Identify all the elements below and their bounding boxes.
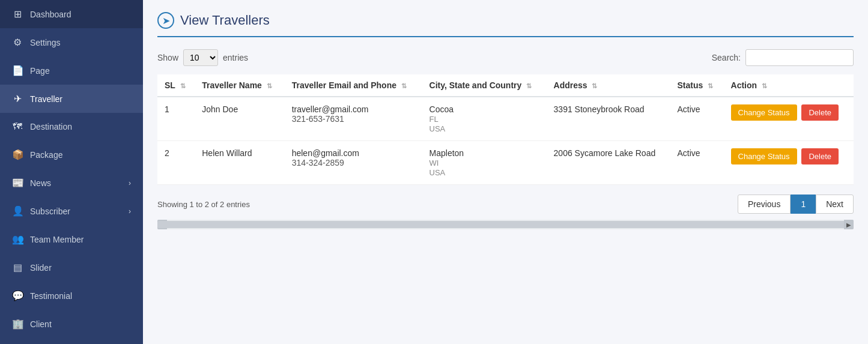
sidebar-item-traveller[interactable]: ✈ Traveller — [0, 85, 143, 113]
sidebar-item-news[interactable]: 📰 News › — [0, 169, 143, 197]
cell-address: 2006 Sycamore Lake Road — [547, 141, 670, 185]
title-divider — [157, 36, 854, 37]
sort-icon: ⇅ — [401, 82, 407, 89]
arrow-icon: › — [129, 207, 131, 216]
scroll-right-arrow[interactable]: ▶ — [844, 220, 854, 229]
cell-city: Mapleton WI USA — [422, 141, 547, 185]
dashboard-icon: ⊞ — [12, 8, 23, 20]
sidebar-item-label: Destination — [30, 122, 72, 131]
cell-address: 3391 Stoneybrook Road — [547, 97, 670, 141]
col-email_phone[interactable]: Traveller Email and Phone ⇅ — [285, 74, 422, 97]
delete-button[interactable]: Delete — [801, 104, 839, 121]
col-address[interactable]: Address ⇅ — [547, 74, 670, 97]
sidebar-item-label: Client — [30, 319, 52, 329]
cell-status: Active — [670, 97, 724, 141]
sidebar-item-client[interactable]: 🏢 Client — [0, 310, 143, 338]
sidebar-item-settings[interactable]: ⚙ Settings — [0, 28, 143, 56]
show-entries: Show 10 25 50 100 entries — [157, 49, 248, 66]
page-title-icon: ➤ — [157, 12, 174, 29]
sidebar-item-label: Team Member — [30, 235, 83, 244]
main-content: ➤ View Travellers Show 10 25 50 100 entr… — [143, 0, 868, 344]
page-1-button[interactable]: 1 — [791, 195, 816, 214]
sidebar-item-label: Dashboard — [30, 10, 71, 19]
sidebar-item-label: Traveller — [30, 94, 62, 104]
col-name[interactable]: Traveller Name ⇅ — [195, 74, 284, 97]
col-city[interactable]: City, State and Country ⇅ — [422, 74, 547, 97]
table-row: 1 John Doe traveller@gmail.com 321-653-7… — [157, 97, 854, 141]
sidebar-item-label: Package — [30, 150, 62, 160]
destination-icon: 🗺 — [12, 121, 23, 132]
travellers-table: SL ⇅Traveller Name ⇅Traveller Email and … — [157, 74, 854, 185]
settings-icon: ⚙ — [12, 37, 23, 48]
sidebar-item-subscriber[interactable]: 👤 Subscriber › — [0, 197, 143, 225]
sort-icon: ⇅ — [267, 82, 272, 89]
sidebar-item-dashboard[interactable]: ⊞ Dashboard — [0, 0, 143, 28]
sort-icon: ⇅ — [526, 82, 532, 89]
cell-name: John Doe — [195, 97, 284, 141]
pagination-row: Showing 1 to 2 of 2 entries Previous 1 N… — [157, 195, 854, 214]
subscriber-icon: 👤 — [12, 205, 23, 217]
sidebar-item-slider[interactable]: ▤ Slider — [0, 253, 143, 282]
package-icon: 📦 — [12, 149, 23, 160]
sidebar-item-package[interactable]: 📦 Package — [0, 140, 143, 169]
page-icon: 📄 — [12, 65, 23, 76]
scrollbar-thumb[interactable] — [157, 221, 854, 228]
cell-action: Change Status Delete — [724, 141, 854, 185]
testimonial-icon: 💬 — [12, 290, 23, 301]
sidebar-item-service[interactable]: 🔧 Service — [0, 338, 143, 344]
search-box: Search: — [712, 49, 854, 66]
sort-icon: ⇅ — [592, 82, 597, 89]
page-title: ➤ View Travellers — [157, 12, 854, 29]
cell-sl: 1 — [157, 97, 195, 141]
horizontal-scrollbar[interactable]: ◀ ▶ — [157, 220, 854, 229]
cell-city: Cocoa FL USA — [422, 97, 547, 141]
show-label: Show — [157, 53, 178, 62]
pagination: Previous 1 Next — [738, 195, 854, 214]
sidebar-item-label: Subscriber — [30, 207, 70, 216]
table-header: SL ⇅Traveller Name ⇅Traveller Email and … — [157, 74, 854, 97]
cell-action: Change Status Delete — [724, 97, 854, 141]
sidebar-item-team-member[interactable]: 👥 Team Member — [0, 225, 143, 253]
previous-button[interactable]: Previous — [738, 195, 791, 214]
sidebar-item-destination[interactable]: 🗺 Destination — [0, 113, 143, 140]
cell-name: Helen Willard — [195, 141, 284, 185]
col-status[interactable]: Status ⇅ — [670, 74, 724, 97]
table-header-row: SL ⇅Traveller Name ⇅Traveller Email and … — [157, 74, 854, 97]
cell-sl: 2 — [157, 141, 195, 185]
cell-status: Active — [670, 141, 724, 185]
client-icon: 🏢 — [12, 318, 23, 330]
search-input[interactable] — [745, 49, 854, 66]
team-member-icon: 👥 — [12, 234, 23, 245]
sidebar-item-label: Slider — [30, 263, 52, 273]
cell-email-phone: helen@gmail.com 314-324-2859 — [285, 141, 422, 185]
cell-email-phone: traveller@gmail.com 321-653-7631 — [285, 97, 422, 141]
sidebar-item-label: News — [30, 178, 51, 188]
table-controls: Show 10 25 50 100 entries Search: — [157, 49, 854, 66]
col-sl[interactable]: SL ⇅ — [157, 74, 195, 97]
traveller-icon: ✈ — [12, 93, 23, 104]
sidebar-item-label: Testimonial — [30, 291, 72, 301]
change-status-button[interactable]: Change Status — [731, 104, 797, 121]
next-button[interactable]: Next — [816, 195, 854, 214]
sort-icon: ⇅ — [180, 82, 186, 89]
table-body: 1 John Doe traveller@gmail.com 321-653-7… — [157, 97, 854, 185]
slider-icon: ▤ — [12, 262, 23, 273]
entries-select[interactable]: 10 25 50 100 — [183, 49, 218, 66]
search-label: Search: — [712, 53, 741, 62]
sort-icon: ⇅ — [762, 82, 767, 89]
sidebar-item-label: Settings — [30, 38, 61, 47]
news-icon: 📰 — [12, 177, 23, 189]
showing-text: Showing 1 to 2 of 2 entries — [157, 200, 250, 209]
sidebar-item-testimonial[interactable]: 💬 Testimonial — [0, 282, 143, 310]
arrow-icon: › — [129, 179, 131, 187]
change-status-button[interactable]: Change Status — [731, 148, 797, 164]
sidebar: ⊞ Dashboard ⚙ Settings 📄 Page ✈ Travelle… — [0, 0, 143, 344]
sort-icon: ⇅ — [708, 82, 713, 89]
sidebar-item-label: Page — [30, 66, 50, 76]
sidebar-item-page[interactable]: 📄 Page — [0, 56, 143, 85]
table-row: 2 Helen Willard helen@gmail.com 314-324-… — [157, 141, 854, 185]
entries-label: entries — [223, 53, 248, 62]
delete-button[interactable]: Delete — [801, 148, 839, 164]
col-action[interactable]: Action ⇅ — [724, 74, 854, 97]
